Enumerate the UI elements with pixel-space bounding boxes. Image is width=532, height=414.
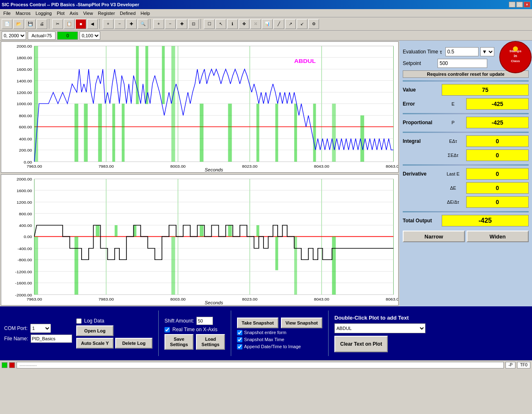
toolbar-print[interactable]: 🖨 [36,19,47,29]
shift-section: Shift Amount: Real Time on X-Axis Save S… [164,317,225,350]
toolbar-new[interactable]: 📄 [2,19,12,29]
time-select[interactable]: 0,100 [80,31,100,40]
menu-file[interactable]: File [1,10,13,17]
log-data-checkbox[interactable] [76,318,82,324]
widen-button[interactable]: Widen [467,231,529,242]
delete-log-button[interactable]: Delete Log [115,338,152,349]
svg-text:-800.00: -800.00 [17,258,32,262]
toolbar: 📄 📂 💾 🖨 ✂ 📋 ■ ◀ + − ✚ 🔍 + − ✚ ⊡ ☐ ↖ ℹ ✥ … [0,17,532,31]
snapshot-entire-row: Snapshot entire form [237,330,322,335]
eval-time-select[interactable]: ▼ [480,47,494,56]
toolbar-settings[interactable]: ⚙ [308,19,319,29]
menu-defined[interactable]: Defined [117,10,138,17]
auto-delete-row: Auto Scale Y Delete Log [76,338,152,349]
toolbar-btn6[interactable]: 📋 [64,19,75,29]
maximize-button[interactable]: □ [516,2,523,7]
svg-rect-23 [98,104,102,161]
load-settings-button[interactable]: Load Settings [196,334,225,350]
auto-scale-button[interactable]: Auto Scale Y [76,338,114,349]
svg-text:0.00: 0.00 [24,235,32,239]
eval-time-input[interactable] [445,47,479,56]
toolbar-minus2[interactable]: − [165,19,176,29]
clear-text-button[interactable]: Clear Text on Plot [334,336,388,352]
text-select[interactable]: ABDUL [334,323,426,333]
file-name-input[interactable] [31,335,72,343]
svg-text:1200.00: 1200.00 [17,91,32,95]
realtime-checkbox[interactable] [164,327,170,332]
toolbar-minus[interactable]: − [114,19,125,29]
toolbar-plus2[interactable]: + [153,19,164,29]
svg-rect-82 [200,225,203,236]
close-button[interactable]: × [524,2,530,7]
svg-text:8003.00: 8003.00 [170,297,186,301]
toolbar-zoom[interactable]: 🔍 [138,19,148,29]
menu-logging[interactable]: Logging [33,10,54,17]
svg-rect-28 [162,46,165,104]
narrow-button[interactable]: Narrow [403,231,465,242]
toolbar-import[interactable]: ↙ [297,19,307,29]
toolbar-cross[interactable]: ✚ [126,19,137,29]
menu-register[interactable]: Register [95,10,117,17]
com-port-select[interactable]: 1 [30,324,51,333]
svg-rect-1 [34,46,394,161]
toolbar-export[interactable]: ↗ [285,19,296,29]
integral-row: Integral EΔτ 0 [403,135,529,147]
toolbar-save[interactable]: 💾 [25,19,36,29]
realtime-label: Real Time on X-Axis [172,327,218,332]
toolbar-dots[interactable]: ⁙ [250,19,261,29]
toolbar-btn5[interactable]: ✂ [52,19,63,29]
main-area: ABDUL 2000.00 1800.00 1600.00 1400.00 12… [0,41,532,306]
setpoint-input[interactable] [438,59,487,68]
divider-4 [403,164,529,166]
svg-text:200.00: 200.00 [19,148,32,152]
toolbar-info[interactable]: ℹ [227,19,238,29]
toolbar-fit[interactable]: ⊡ [188,19,199,29]
divider-2 [403,113,529,114]
menu-macros[interactable]: Macros [13,10,33,17]
minimize-button[interactable]: _ [509,2,515,7]
snapshot-max-checkbox[interactable] [237,337,242,342]
svg-text:8023.00: 8023.00 [242,297,258,301]
toolbar-plus[interactable]: + [103,19,114,29]
view-snapshot-button[interactable]: View Snapshot [281,318,322,328]
status-light-red [9,362,15,368]
svg-text:Seconds: Seconds [205,168,223,172]
toolbar-graph[interactable]: 📊 [262,19,273,29]
toolbar-cursor[interactable]: ↖ [215,19,226,29]
toolbar-open[interactable]: 📂 [13,19,24,29]
narrow-widen-row: Narrow Widen [403,231,529,242]
delta-e-display: 0 [466,182,529,194]
setpoint-label: Setpoint [403,60,436,66]
svg-rect-79 [115,225,118,236]
range-select[interactable]: 0, 2000 [2,31,26,40]
toolbar-line[interactable]: ╱ [273,19,284,29]
derivative-last-e-display: 0 [466,168,529,180]
toolbar-stop[interactable]: ■ [75,19,86,29]
delta-e-ratio-display: 0 [466,196,529,208]
save-settings-button[interactable]: Save Settings [164,334,193,350]
menu-view[interactable]: View [81,10,96,17]
take-snapshot-button[interactable]: Take Snapshot [237,318,278,328]
menu-axis[interactable]: Axis [67,10,81,17]
value-label: Value [403,87,440,93]
toolbar-select[interactable]: ☐ [204,19,215,29]
integral-sum-row: ΣEΔτ 0 [403,149,529,161]
divider-bp3 [328,310,329,356]
toolbar-cross2[interactable]: ✚ [177,19,187,29]
svg-rect-83 [228,225,232,236]
snapshot-entire-checkbox[interactable] [237,330,242,335]
log-section: Log Data Open Log Auto Scale Y Delete Lo… [76,318,152,349]
svg-rect-30 [200,104,203,161]
tau-symbol: τ [440,49,442,55]
toolbar-back[interactable]: ◀ [87,19,98,29]
toolbar-move[interactable]: ✥ [239,19,249,29]
svg-rect-86 [294,236,297,294]
sigma-symbol: ΣEΔτ [442,153,464,158]
svg-rect-33 [275,104,278,161]
open-log-button[interactable]: Open Log [76,325,114,336]
menu-help[interactable]: Help [138,10,152,17]
menu-plot[interactable]: Plot [54,10,67,17]
append-date-checkbox[interactable] [237,344,242,349]
proportional-row: Proportional P -425 [403,117,529,128]
shift-input[interactable] [196,317,213,325]
